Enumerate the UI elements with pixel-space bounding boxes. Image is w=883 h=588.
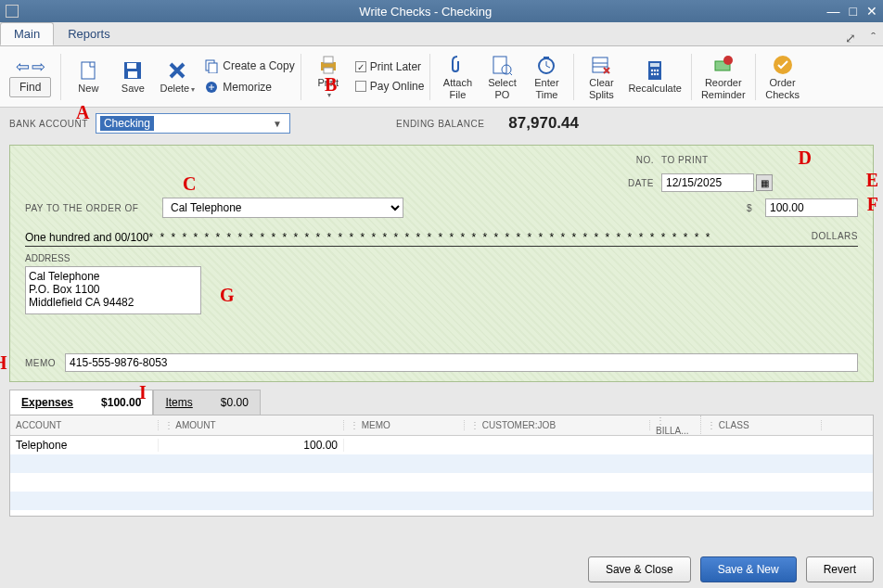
- bank-account-dropdown[interactable]: Checking ▼: [96, 113, 290, 134]
- reorder-reminder-button[interactable]: Reorder Reminder: [697, 51, 749, 101]
- create-copy-button[interactable]: Create a Copy: [204, 57, 294, 75]
- save-close-button[interactable]: Save & Close: [588, 556, 691, 582]
- collapse-ribbon-icon[interactable]: ˆ: [864, 31, 883, 45]
- svg-point-16: [651, 70, 653, 71]
- close-button[interactable]: ✕: [866, 4, 877, 19]
- split-tabs: Expenses $100.00 Items $0.00: [9, 390, 874, 415]
- col-billable[interactable]: ⋮ BILLA...: [650, 415, 701, 436]
- svg-point-20: [654, 73, 656, 75]
- tab-bar: Main Reports ⤢ ˆ: [0, 22, 883, 46]
- date-label: DATE: [617, 178, 654, 188]
- expand-icon[interactable]: ⤢: [838, 31, 864, 45]
- pay-to-label: PAY TO THE ORDER OF: [25, 203, 155, 213]
- check-face: NO. TO PRINT D DATE ▦ E PAY TO THE ORDER…: [9, 145, 874, 382]
- recalculate-button[interactable]: Recalculate: [624, 57, 685, 96]
- window-title: Write Checks - Checking: [24, 5, 827, 19]
- col-class[interactable]: ⋮ CLASS: [701, 420, 822, 430]
- ribbon: ⇦⇨ Find New Save Delete▾ Create a Copy M…: [0, 46, 883, 108]
- svg-point-21: [657, 73, 659, 75]
- table-row[interactable]: [10, 492, 873, 510]
- chevron-down-icon: ▼: [269, 119, 286, 129]
- clock-icon: [535, 54, 557, 76]
- delete-button[interactable]: Delete▾: [156, 57, 198, 96]
- calendar-icon[interactable]: ▦: [756, 174, 773, 191]
- next-icon[interactable]: ⇨: [32, 57, 45, 77]
- tab-expenses[interactable]: Expenses $100.00: [9, 390, 153, 415]
- save-button[interactable]: Save: [111, 57, 154, 96]
- svg-point-18: [657, 70, 659, 71]
- date-input[interactable]: [661, 173, 754, 192]
- titlebar: Write Checks - Checking — □ ✕: [0, 0, 883, 22]
- dollars-label: DOLLARS: [812, 231, 858, 244]
- memo-input[interactable]: [65, 353, 858, 372]
- select-po-button[interactable]: Select PO: [480, 51, 523, 101]
- annotation-h: H: [0, 352, 7, 374]
- new-button[interactable]: New: [67, 57, 109, 96]
- amount-input[interactable]: [765, 198, 858, 217]
- address-textarea[interactable]: Cal Telephone P.O. Box 1100 Middlefield …: [25, 266, 201, 314]
- calculator-icon: [644, 59, 666, 82]
- copy-icon: [204, 58, 219, 73]
- tab-reports[interactable]: Reports: [54, 22, 124, 45]
- ending-balance-value: 87,970.44: [508, 114, 579, 133]
- print-icon: [317, 54, 339, 76]
- annotation-e: E: [866, 170, 878, 191]
- svg-rect-8: [324, 57, 333, 63]
- paperclip-icon: [446, 54, 468, 76]
- annotation-f: F: [867, 194, 878, 215]
- svg-point-23: [723, 56, 733, 65]
- svg-rect-3: [128, 71, 137, 78]
- order-checks-button[interactable]: Order Checks: [761, 51, 804, 101]
- annotation-c: C: [183, 173, 196, 195]
- print-button[interactable]: Print▾: [307, 51, 350, 102]
- svg-rect-9: [324, 68, 333, 73]
- new-icon: [77, 59, 99, 82]
- no-label: NO.: [617, 155, 654, 165]
- payee-dropdown[interactable]: Cal Telephone: [162, 198, 403, 218]
- revert-button[interactable]: Revert: [806, 556, 874, 582]
- amount-words: One hundred and 00/100: [25, 231, 148, 244]
- print-later-checkbox[interactable]: ✓Print Later: [355, 58, 425, 75]
- pay-online-checkbox[interactable]: Pay Online: [355, 78, 425, 95]
- order-checks-icon: [772, 54, 794, 76]
- col-memo[interactable]: ⋮ MEMO: [344, 420, 465, 430]
- po-icon: [491, 54, 513, 76]
- col-customer[interactable]: ⋮ CUSTOMER:JOB: [465, 420, 650, 430]
- svg-rect-5: [209, 63, 217, 73]
- clear-splits-icon: [590, 54, 612, 76]
- svg-rect-0: [82, 62, 95, 79]
- tab-items[interactable]: Items $0.00: [153, 390, 260, 415]
- bank-account-label: BANK ACCOUNT: [9, 119, 88, 129]
- delete-icon: [166, 59, 188, 82]
- find-button[interactable]: ⇦⇨ Find: [6, 55, 55, 99]
- col-account[interactable]: ACCOUNT: [10, 420, 159, 430]
- top-fields: BANK ACCOUNT Checking ▼ ENDING BALANCE 8…: [0, 108, 883, 139]
- expenses-grid: ACCOUNT ⋮ AMOUNT ⋮ MEMO ⋮ CUSTOMER:JOB ⋮…: [9, 415, 874, 517]
- table-row[interactable]: Telephone100.00: [10, 436, 873, 454]
- reminder-icon: [712, 54, 735, 76]
- minimize-button[interactable]: —: [827, 4, 840, 19]
- save-new-button[interactable]: Save & New: [700, 556, 797, 582]
- clear-splits-button[interactable]: Clear Splits: [580, 51, 622, 101]
- memo-label: MEMO: [25, 358, 56, 368]
- svg-point-19: [651, 73, 653, 75]
- save-icon: [122, 59, 144, 82]
- ending-balance-label: ENDING BALANCE: [396, 119, 484, 129]
- no-value: TO PRINT: [661, 155, 708, 165]
- prev-icon[interactable]: ⇦: [16, 57, 30, 77]
- annotation-d: D: [799, 147, 812, 169]
- memorize-icon: [204, 80, 219, 95]
- dollar-sign: $: [747, 203, 752, 213]
- memorize-button[interactable]: Memorize: [204, 78, 294, 96]
- tab-main[interactable]: Main: [0, 22, 54, 45]
- enter-time-button[interactable]: Enter Time: [525, 51, 568, 101]
- attach-file-button[interactable]: Attach File: [436, 51, 479, 101]
- footer-buttons: Save & Close Save & New Revert: [588, 556, 874, 582]
- table-row[interactable]: [10, 473, 873, 492]
- maximize-button[interactable]: □: [850, 4, 857, 19]
- svg-rect-15: [650, 63, 659, 67]
- col-amount[interactable]: ⋮ AMOUNT: [159, 420, 344, 430]
- table-row[interactable]: [10, 454, 873, 473]
- svg-rect-2: [127, 63, 136, 69]
- address-label: ADDRESS: [25, 253, 70, 263]
